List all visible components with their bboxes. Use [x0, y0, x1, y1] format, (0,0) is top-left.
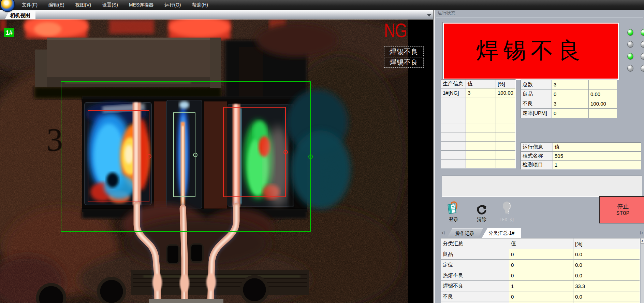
menu-run[interactable]: 运行(O)	[159, 0, 186, 10]
table-cell: 0.0	[573, 291, 640, 302]
table-cell: 0	[509, 260, 573, 270]
table-cell: 0	[552, 89, 588, 99]
table-cell	[589, 80, 617, 89]
column-header: 值	[466, 80, 496, 88]
group-border	[436, 17, 643, 17]
tab-scroll-left-icon[interactable]: ◁	[441, 230, 444, 235]
tab-camera-view[interactable]: 相机视图	[5, 11, 35, 19]
table-cell: 0.0	[573, 249, 640, 259]
roi-region-handle	[308, 154, 313, 159]
menu-settings[interactable]: 设置(S)	[97, 0, 123, 10]
stop-button[interactable]: 停止 STOP	[599, 196, 644, 223]
chevron-down-icon[interactable]	[427, 14, 431, 17]
menu-file[interactable]: 文件(F)	[16, 0, 43, 10]
table-cell: 0.0	[573, 260, 640, 270]
menu-help[interactable]: 帮助(H)	[186, 0, 213, 10]
totals-table: 总数 3 良品 0 0.00 不良 3 100.00 速率[UPM] 0	[521, 80, 617, 118]
column-header: 生产信息	[441, 80, 466, 88]
table-cell: 33.3	[573, 281, 640, 291]
led-light-button[interactable]: LED 灯	[496, 201, 518, 223]
table-cell	[589, 109, 617, 118]
roi-pass-rect-middle	[173, 112, 195, 197]
roi-fail-rect-left	[88, 110, 149, 202]
login-badge-icon	[443, 201, 465, 216]
summary-table: 分类汇总 值 [%] 良品 0 0.0 定位 0 0.0 热熔不良 0 0.0 …	[441, 238, 640, 303]
roi-fail-handle-right	[283, 150, 288, 154]
table-cell: 0	[509, 270, 573, 280]
message-box	[442, 176, 642, 197]
led-indicator	[627, 65, 633, 72]
led-indicator	[627, 41, 633, 48]
table-cell: 100.00	[589, 99, 617, 108]
led-indicator	[641, 53, 644, 60]
table-cell: 热熔不良	[441, 270, 509, 280]
table-cell: 0.0	[573, 270, 640, 280]
result-ng-label: NG	[384, 21, 407, 40]
bottom-tab-strip: ◁ 操作记录 分类汇总-1# ▷	[435, 226, 644, 238]
scroll-up-icon[interactable]: ▲	[641, 238, 644, 244]
table-cell: 0	[509, 291, 573, 302]
table-cell: 程式名称	[521, 152, 553, 160]
refresh-icon	[471, 201, 493, 216]
run-status-panel: 运行状态 焊锡不良 生产信息 值 [%] 1#[NG] 3 100.00	[435, 10, 644, 303]
column-header: 值	[509, 238, 573, 249]
led-indicator	[641, 65, 644, 72]
table-cell: 总数	[521, 80, 552, 89]
board-etched-digit: 3	[46, 121, 63, 159]
column-header: 分类汇总	[441, 238, 509, 249]
stop-label-cn: 停止	[600, 203, 644, 210]
table-cell: 1	[509, 281, 573, 291]
menu-edit[interactable]: 编辑(E)	[43, 0, 70, 10]
table-cell: 3	[552, 99, 588, 108]
led-indicator	[641, 41, 644, 48]
camera-tab-bar: 相机视图	[0, 10, 434, 19]
table-cell: 1	[553, 161, 641, 169]
led-indicator	[627, 29, 633, 36]
station-badge: 1#	[4, 28, 14, 37]
table-cell: 3	[552, 80, 588, 89]
production-table: 生产信息 值 [%] 1#[NG] 3 100.00	[441, 79, 516, 168]
table-cell: 505	[553, 152, 641, 160]
menu-items: 文件(F) 编辑(E) 视图(V) 设置(S) MES连接器 运行(O) 帮助(…	[16, 0, 214, 10]
defect-label-1: 焊锡不良	[384, 46, 424, 57]
column-header: 运行信息	[521, 143, 553, 151]
column-header: [%]	[496, 80, 515, 88]
table-cell: 检测项目	[521, 161, 553, 169]
clear-button[interactable]: 清除	[471, 201, 493, 223]
login-button[interactable]: 登录	[443, 201, 465, 223]
table-cell: 速率[UPM]	[521, 109, 552, 118]
tab-operation-log[interactable]: 操作记录	[447, 228, 483, 238]
menu-mes-connector[interactable]: MES连接器	[123, 0, 159, 10]
table-cell: 良品	[441, 249, 509, 259]
roi-fail-handle-left	[147, 154, 151, 159]
tab-category-summary[interactable]: 分类汇总-1#	[482, 228, 521, 238]
table-cell: 不良	[521, 99, 552, 108]
group-title: 运行状态	[438, 10, 455, 16]
camera-view[interactable]: 1# NG 焊锡不良 焊锡不良 3	[0, 19, 434, 303]
column-header: [%]	[573, 238, 640, 249]
menu-bar: 文件(F) 编辑(E) 视图(V) 设置(S) MES连接器 运行(O) 帮助(…	[0, 0, 644, 10]
table-cell: 0	[509, 249, 573, 259]
tab-scroll-right-icon[interactable]: ▷	[640, 230, 643, 235]
led-indicator	[627, 53, 633, 60]
table-cell: 良品	[521, 89, 552, 99]
table-cell: 不良	[441, 291, 509, 302]
table-cell: 100.00	[496, 88, 515, 97]
login-label: 登录	[443, 217, 465, 223]
table-cell: 1#[NG]	[441, 88, 466, 97]
table-cell: 0	[552, 109, 588, 118]
roi-pass-handle-middle	[193, 153, 197, 157]
menu-view[interactable]: 视图(V)	[70, 0, 97, 10]
roi-fail-rect-right	[223, 107, 286, 197]
led-light-label: LED 灯	[496, 217, 518, 223]
app-window: 文件(F) 编辑(E) 视图(V) 设置(S) MES连接器 运行(O) 帮助(…	[0, 0, 644, 303]
table-cell: 焊锡不良	[441, 281, 509, 291]
led-bulb-icon	[496, 201, 518, 216]
defect-label-2: 焊锡不良	[384, 57, 424, 68]
run-info-table: 运行信息 值 程式名称 505 检测项目 1	[521, 142, 641, 169]
summary-scrollbar[interactable]: ▲	[641, 238, 644, 303]
column-header: 值	[553, 143, 641, 151]
table-cell: 3	[466, 88, 496, 97]
stop-label-en: STOP	[600, 210, 644, 217]
led-indicator	[641, 29, 644, 36]
